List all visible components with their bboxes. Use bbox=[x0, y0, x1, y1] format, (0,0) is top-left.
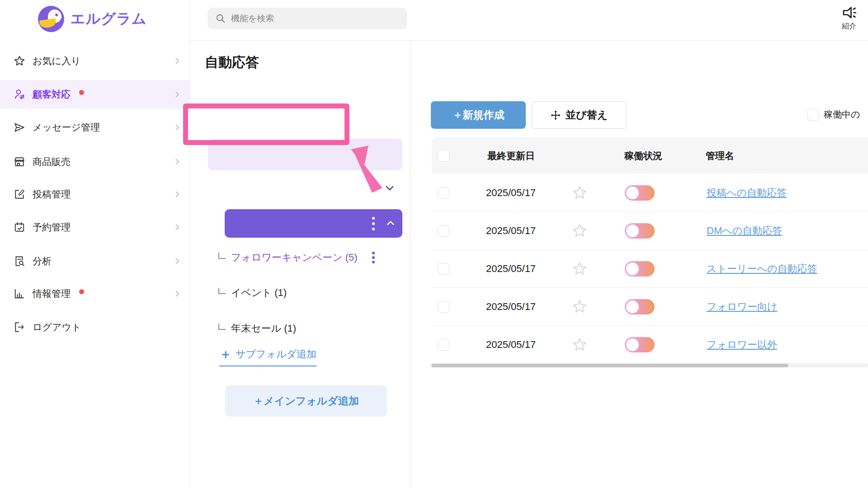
chevron-right-icon bbox=[173, 290, 181, 298]
favorite-star-icon[interactable] bbox=[572, 299, 587, 314]
status-toggle[interactable] bbox=[625, 223, 655, 239]
subfolder-label[interactable]: フォロワーキャンペーン (5) bbox=[231, 251, 358, 264]
app-logo[interactable]: エルグラム bbox=[38, 5, 174, 33]
sidebar-item-message-management[interactable]: メッセージ管理 bbox=[0, 113, 190, 142]
row-checkbox[interactable] bbox=[438, 187, 449, 199]
brand-name: エルグラム bbox=[71, 9, 147, 29]
folder-row-highlighted[interactable] bbox=[208, 139, 402, 170]
chevron-right-icon bbox=[173, 90, 181, 99]
column-header-status: 稼働状況 bbox=[624, 150, 662, 162]
person-icon bbox=[14, 89, 25, 100]
selected-folder-button[interactable] bbox=[225, 209, 402, 238]
horizontal-scrollbar[interactable] bbox=[431, 364, 868, 367]
referral-label: 紹介 bbox=[842, 22, 856, 31]
row-checkbox[interactable] bbox=[438, 301, 449, 313]
table-row: 2025/05/17 投稿への自動応答 bbox=[432, 174, 868, 212]
status-toggle[interactable] bbox=[625, 261, 655, 277]
row-name-link[interactable]: ストーリーへの自動応答 bbox=[707, 262, 817, 276]
row-name-link[interactable]: フォロワー以外 bbox=[707, 338, 777, 352]
chevron-down-icon[interactable] bbox=[384, 183, 395, 193]
column-header-name: 管理名 bbox=[706, 150, 734, 162]
calendar-icon bbox=[14, 221, 25, 233]
kebab-menu-icon[interactable] bbox=[372, 216, 375, 231]
move-arrows-icon bbox=[550, 110, 561, 121]
bird-logo-icon bbox=[38, 6, 64, 32]
subfolder-label[interactable]: 年末セール (1) bbox=[231, 322, 296, 335]
tree-elbow-icon bbox=[218, 288, 226, 294]
chevron-right-icon bbox=[173, 223, 181, 231]
sidebar: エルグラム お気に入り 顧客対応 メッセージ管理 商品販売 投稿管理 bbox=[0, 0, 190, 488]
add-subfolder-label: サブフォルダ追加 bbox=[236, 347, 316, 361]
sidebar-item-label: 顧客対応 bbox=[33, 88, 71, 101]
row-date: 2025/05/17 bbox=[486, 301, 536, 313]
sidebar-item-label: 予約管理 bbox=[33, 221, 71, 234]
sidebar-item-label: ログアウト bbox=[33, 321, 81, 333]
subfolder-item[interactable]: フォロワーキャンペーン (5) bbox=[218, 249, 404, 267]
sidebar-item-reservation-management[interactable]: 予約管理 bbox=[0, 213, 190, 242]
page-title: 自動応答 bbox=[205, 53, 259, 72]
active-only-checkbox[interactable] bbox=[807, 109, 819, 121]
table-header: 最終更新日 稼働状況 管理名 bbox=[432, 137, 868, 174]
row-name-link[interactable]: 投稿への自動応答 bbox=[707, 186, 787, 200]
top-bar: 紹介 bbox=[190, 0, 868, 41]
chevron-right-icon bbox=[173, 123, 181, 131]
sidebar-item-product-sales[interactable]: 商品販売 bbox=[0, 147, 190, 176]
add-subfolder-link[interactable]: ＋ サブフォルダ追加 bbox=[219, 346, 316, 366]
plus-icon: ＋ bbox=[219, 346, 232, 363]
search-icon bbox=[216, 14, 226, 23]
paper-plane-icon bbox=[14, 122, 25, 133]
row-date: 2025/05/17 bbox=[486, 187, 536, 199]
chevron-right-icon bbox=[173, 257, 181, 265]
subfolder-label[interactable]: イベント (1) bbox=[231, 286, 287, 300]
document-search-icon bbox=[14, 255, 25, 267]
status-toggle[interactable] bbox=[625, 299, 655, 314]
select-all-checkbox[interactable] bbox=[438, 150, 449, 162]
scrollbar-thumb[interactable] bbox=[431, 364, 788, 367]
status-toggle[interactable] bbox=[625, 185, 655, 201]
row-checkbox[interactable] bbox=[438, 339, 449, 351]
bar-chart-icon bbox=[14, 288, 25, 300]
sidebar-item-logout[interactable]: ログアウト bbox=[0, 313, 190, 342]
row-date: 2025/05/17 bbox=[486, 263, 536, 275]
sidebar-item-post-management[interactable]: 投稿管理 bbox=[0, 180, 190, 209]
logout-icon bbox=[14, 321, 25, 333]
kebab-menu-icon[interactable] bbox=[372, 251, 375, 264]
row-checkbox[interactable] bbox=[438, 263, 449, 275]
notification-dot bbox=[79, 90, 84, 95]
status-toggle[interactable] bbox=[625, 337, 655, 352]
favorite-star-icon[interactable] bbox=[572, 185, 587, 201]
column-header-date: 最終更新日 bbox=[487, 150, 535, 162]
favorite-star-icon[interactable] bbox=[572, 261, 587, 277]
tree-elbow-icon bbox=[218, 253, 226, 259]
sidebar-item-analytics[interactable]: 分析 bbox=[0, 247, 190, 276]
sidebar-item-favorites[interactable]: お気に入り bbox=[0, 47, 190, 75]
active-only-label: 稼働中の bbox=[824, 108, 860, 121]
subfolder-item[interactable]: イベント (1) bbox=[218, 284, 404, 302]
favorite-star-icon[interactable] bbox=[572, 337, 587, 352]
table-row: 2025/05/17 フォロワー以外 bbox=[432, 326, 868, 364]
panel-divider bbox=[410, 41, 410, 488]
feature-search[interactable] bbox=[208, 8, 407, 29]
add-mainfolder-button[interactable]: ＋メインフォルダ追加 bbox=[225, 385, 387, 417]
megaphone-icon bbox=[841, 5, 857, 21]
chevron-up-icon[interactable] bbox=[386, 218, 396, 228]
star-icon bbox=[14, 55, 25, 67]
subfolder-item[interactable]: 年末セール (1) bbox=[218, 319, 404, 338]
sidebar-item-info-management[interactable]: 情報管理 bbox=[0, 279, 190, 308]
search-input[interactable] bbox=[231, 14, 394, 23]
table-row: 2025/05/17 フォロワー向け bbox=[432, 288, 868, 326]
edit-pencil-icon bbox=[14, 188, 25, 200]
sort-button[interactable]: 並び替え bbox=[532, 101, 626, 129]
table-row: 2025/05/17 DMへの自動応答 bbox=[432, 212, 868, 250]
row-name-link[interactable]: フォロワー向け bbox=[707, 300, 778, 314]
sidebar-item-customer-support[interactable]: 顧客対応 bbox=[0, 80, 190, 109]
chevron-right-icon bbox=[173, 190, 181, 198]
active-only-filter: 稼働中の bbox=[807, 108, 868, 121]
create-new-button[interactable]: ＋新規作成 bbox=[431, 101, 526, 129]
chevron-right-icon bbox=[173, 57, 181, 65]
row-checkbox[interactable] bbox=[438, 225, 449, 237]
row-name-link[interactable]: DMへの自動応答 bbox=[707, 224, 782, 238]
referral-button[interactable]: 紹介 bbox=[835, 5, 863, 36]
app-window: 自動応答 フォロワーキャンペーン (5) イベント (1) 年末セール (1) … bbox=[0, 0, 868, 488]
favorite-star-icon[interactable] bbox=[572, 223, 587, 239]
